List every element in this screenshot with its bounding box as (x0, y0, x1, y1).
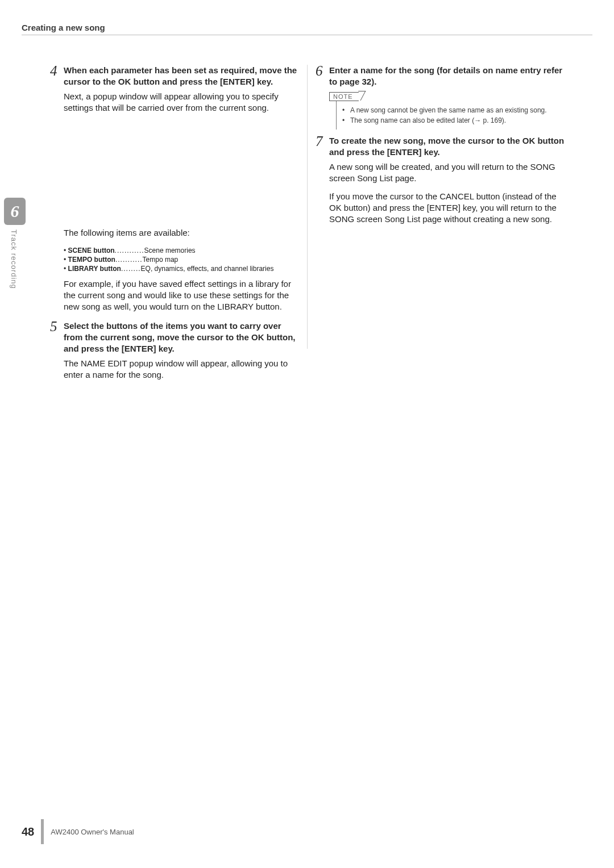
item-dots: ........ (121, 265, 141, 273)
note-item: • A new song cannot be given the same na… (342, 106, 569, 115)
running-header-title: Creating a new song (22, 23, 592, 32)
item-desc: Tempo map (143, 256, 179, 264)
note-text: The song name can also be edited later (… (350, 116, 506, 125)
step-heading: Enter a name for the song (for details o… (329, 65, 569, 87)
chapter-number-badge: 6 (4, 198, 26, 225)
note-label: NOTE (329, 92, 359, 101)
list-item: • LIBRARY button........EQ, dynamics, ef… (64, 265, 300, 273)
step-heading: To create the new song, move the cursor … (329, 135, 569, 158)
step-number: 7 (316, 135, 326, 158)
page-number: 48 (22, 825, 34, 838)
item-desc: EQ, dynamics, effects, and channel libra… (141, 265, 274, 273)
manual-title: AW2400 Owner's Manual (51, 828, 134, 836)
step-number: 5 (50, 320, 60, 354)
note-text: A new song cannot be given the same name… (350, 106, 547, 115)
step-heading: Select the buttons of the items you want… (64, 320, 300, 354)
item-label: SCENE button (68, 247, 115, 254)
note-list: • A new song cannot be given the same na… (336, 101, 569, 130)
right-column: 6 Enter a name for the song (for details… (316, 65, 569, 232)
footer-bar-icon (41, 819, 44, 844)
page-footer: 48 AW2400 Owner's Manual (22, 819, 134, 844)
step-6: 6 Enter a name for the song (for details… (316, 65, 569, 87)
step-number: 4 (50, 65, 60, 87)
items-list: • SCENE button............Scene memories… (64, 247, 300, 273)
step-4: 4 When each parameter has been set as re… (50, 65, 300, 87)
chapter-label: Track recording (10, 229, 18, 289)
items-intro: The following items are available: (64, 227, 300, 239)
list-item: • TEMPO button...........Tempo map (64, 256, 300, 264)
item-dots: ............ (115, 247, 144, 254)
note-item: • The song name can also be edited later… (342, 116, 569, 125)
step-7: 7 To create the new song, move the curso… (316, 135, 569, 158)
left-column: 4 When each parameter has been set as re… (50, 65, 300, 390)
running-header: Creating a new song (22, 23, 592, 35)
column-divider (307, 65, 308, 349)
bullet-icon: • (342, 106, 347, 115)
item-dots: ........... (115, 256, 143, 264)
step-7-body-2: If you move the cursor to the CANCEL but… (329, 191, 569, 225)
library-paragraph: For example, if you have saved effect se… (64, 278, 300, 312)
list-item: • SCENE button............Scene memories (64, 247, 300, 254)
bullet-icon: • (342, 116, 347, 125)
item-label: TEMPO button (68, 256, 115, 264)
step-4-body: Next, a popup window will appear allowin… (64, 91, 300, 114)
step-5: 5 Select the buttons of the items you wa… (50, 320, 300, 354)
step-number: 6 (316, 65, 326, 87)
chapter-tab: 6 Track recording (4, 198, 26, 289)
step-heading: When each parameter has been set as requ… (64, 65, 300, 87)
item-desc: Scene memories (144, 247, 196, 254)
step-5-body: The NAME EDIT popup window will appear, … (64, 358, 300, 381)
item-label: LIBRARY button (68, 265, 121, 273)
step-7-body-1: A new song will be created, and you will… (329, 161, 569, 184)
